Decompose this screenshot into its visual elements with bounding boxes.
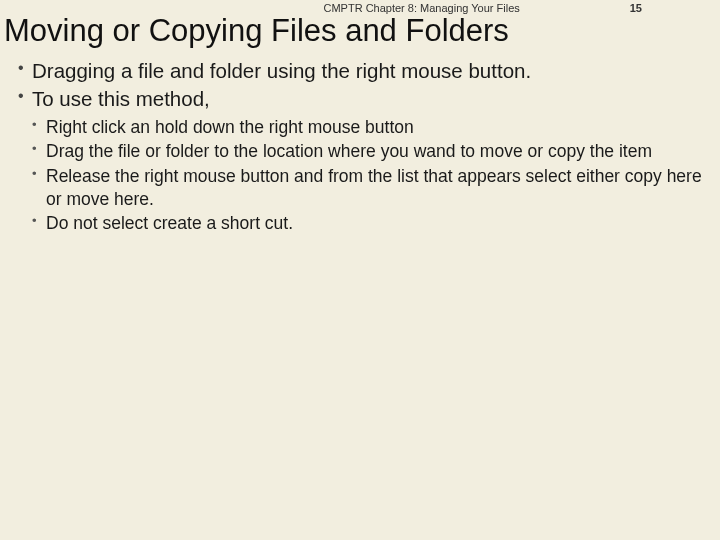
list-item: Do not select create a short cut. xyxy=(32,212,702,235)
list-item: Drag the file or folder to the location … xyxy=(32,140,702,163)
list-item: Right click an hold down the right mouse… xyxy=(32,116,702,139)
sub-bullet-list: Right click an hold down the right mouse… xyxy=(4,116,702,234)
slide-title: Moving or Copying Files and Folders xyxy=(4,14,702,48)
list-item: To use this method, xyxy=(18,86,696,113)
slide: CMPTR Chapter 8: Managing Your Files 15 … xyxy=(0,0,720,540)
page-number: 15 xyxy=(630,2,642,14)
list-item: Dragging a file and folder using the rig… xyxy=(18,58,696,85)
main-bullet-list: Dragging a file and folder using the rig… xyxy=(4,58,702,112)
slide-header: CMPTR Chapter 8: Managing Your Files 15 xyxy=(4,0,702,14)
list-item: Release the right mouse button and from … xyxy=(32,165,702,211)
